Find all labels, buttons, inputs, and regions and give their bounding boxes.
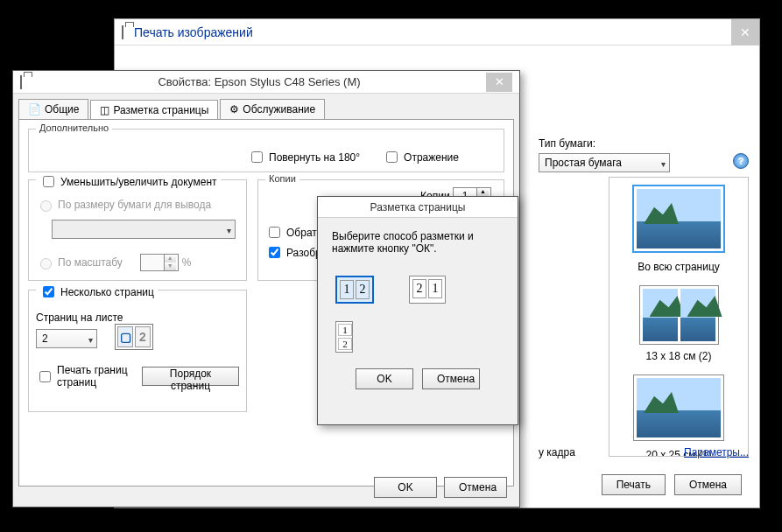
by-scale-radio: По масштабу ▲▼ %	[36, 254, 192, 271]
pages-preview-icon: ▢2	[115, 324, 153, 350]
thumb-20x25[interactable]: 20 x 25 см (1)	[616, 374, 741, 457]
document-icon: 📄	[28, 103, 41, 116]
printer-icon	[20, 76, 32, 88]
fit-frame-label: у кадра	[539, 446, 575, 458]
tab-layout[interactable]: ◫Разметка страницы	[90, 100, 218, 120]
modal-prompt: Выберите способ разметки и нажмите кнопк…	[332, 230, 504, 255]
page-order-button[interactable]: Порядок страниц	[142, 367, 239, 386]
thumb-13x18[interactable]: 13 x 18 см (2)	[616, 285, 741, 362]
props-close-button[interactable]: ✕	[486, 73, 512, 92]
outer-cancel-button[interactable]: Отмена	[674, 474, 742, 495]
by-output-radio: По размеру бумаги для вывода	[36, 198, 211, 212]
outer-titlebar: Печать изображений	[115, 19, 759, 46]
resize-group: Уменьшить/увеличить документ По размеру …	[28, 179, 247, 281]
modal-cancel-button[interactable]: Отмена	[422, 368, 480, 389]
print-borders-checkbox[interactable]: Печать границ страниц	[36, 364, 130, 388]
layout-option-vertical[interactable]: 12	[335, 321, 353, 353]
help-icon[interactable]: ?	[733, 153, 749, 169]
paper-type-panel: Тип бумаги: Простая бумага ?	[539, 137, 749, 172]
multipage-group: Несколько страниц Страниц на листе 2 ▢2 …	[28, 290, 247, 412]
tab-service[interactable]: ⚙Обслуживание	[220, 99, 325, 119]
parameters-link[interactable]: Параметры...	[684, 446, 749, 458]
printer-icon	[122, 26, 134, 38]
props-tabs: 📄Общие ◫Разметка страницы ⚙Обслуживание	[18, 99, 514, 119]
props-cancel-button[interactable]: Отмена	[444, 477, 507, 498]
thumb-full-page[interactable]: Во всю страницу	[616, 185, 741, 273]
layout-icon: ◫	[100, 104, 109, 116]
page-layout-modal: Разметка страницы Выберите способ размет…	[317, 196, 518, 425]
rotate-180-checkbox[interactable]: Повернуть на 180°	[248, 149, 360, 165]
paper-type-select[interactable]: Простая бумага	[539, 153, 670, 172]
output-size-select	[52, 220, 236, 239]
multipage-checkbox[interactable]: Несколько страниц	[36, 284, 158, 300]
outer-title: Печать изображений	[134, 25, 253, 39]
props-titlebar: Свойства: Epson Stylus C48 Series (M) ✕	[13, 71, 519, 94]
outer-close-button[interactable]: ✕	[731, 19, 759, 46]
paper-type-label: Тип бумаги:	[539, 137, 749, 150]
footer-line: у кадра Параметры...	[539, 446, 749, 458]
additional-group: Дополнительно Повернуть на 180° Отражени…	[28, 129, 504, 172]
layout-thumbnails: Во всю страницу 13 x 18 см (2) 20 x 25 с…	[609, 177, 749, 457]
layout-option-12[interactable]: 12	[335, 276, 374, 304]
modal-title: Разметка страницы	[318, 197, 518, 218]
print-button[interactable]: Печать	[602, 474, 666, 495]
modal-ok-button[interactable]: OK	[356, 368, 413, 389]
layout-option-21[interactable]: 21	[409, 276, 446, 304]
gear-icon: ⚙	[229, 103, 239, 116]
tab-general[interactable]: 📄Общие	[18, 99, 88, 119]
pages-per-sheet-label: Страниц на листе	[36, 312, 123, 324]
props-ok-button[interactable]: OK	[374, 477, 437, 498]
resize-checkbox[interactable]: Уменьшить/увеличить документ	[36, 173, 221, 190]
props-title: Свойства: Epson Stylus C48 Series (M)	[32, 75, 486, 88]
pages-per-sheet-select[interactable]: 2	[36, 329, 97, 348]
mirror-checkbox[interactable]: Отражение	[383, 149, 459, 165]
